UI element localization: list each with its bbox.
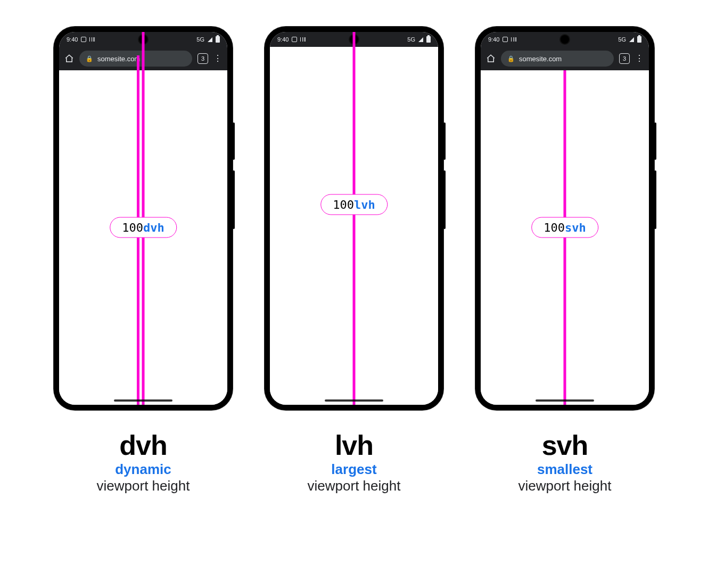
signal-icon: [418, 37, 423, 42]
status-app-icon: [503, 37, 508, 42]
status-notif-icon: [300, 37, 306, 42]
status-time: 9:40: [67, 36, 78, 43]
phone-mockup: 9:40 5G 🔒 somesite.com 3 ⋮100svh: [475, 27, 654, 410]
caption-keyword: dynamic: [115, 461, 171, 477]
home-icon[interactable]: [64, 54, 74, 63]
battery-icon: [637, 36, 641, 43]
page-viewport: 100dvh: [59, 70, 227, 405]
caption-title: svh: [518, 429, 612, 461]
phone-mockup: 9:40 5G 🔒 somesite.com 3 ⋮100lvh: [265, 27, 443, 410]
phone-screen: 9:40 5G 🔒 somesite.com 3 ⋮100lvh: [270, 32, 438, 405]
badge-value: 100: [544, 221, 565, 234]
status-notif-icon: [511, 37, 516, 42]
badge-value: 100: [122, 221, 143, 234]
browser-address-bar[interactable]: 🔒 somesite.com 3 ⋮: [481, 47, 649, 70]
status-network-label: 5G: [196, 36, 204, 43]
badge-unit: svh: [565, 221, 586, 234]
phone-screen: 9:40 5G 🔒 somesite.com 3 ⋮100dvh: [59, 32, 227, 405]
signal-icon: [629, 37, 634, 42]
tab-count[interactable]: 3: [197, 53, 208, 64]
measure-line: [353, 32, 356, 405]
url-field[interactable]: 🔒 somesite.com: [79, 51, 192, 67]
viewport-unit-panel-svh: 9:40 5G 🔒 somesite.com 3 ⋮100svh svh sma…: [475, 27, 654, 494]
badge-value: 100: [333, 198, 354, 211]
badge-unit: dvh: [143, 221, 164, 234]
overflow-menu-icon[interactable]: ⋮: [213, 54, 222, 63]
lock-icon: 🔒: [507, 55, 515, 62]
status-app-icon: [292, 37, 297, 42]
url-field[interactable]: 🔒 somesite.com: [501, 51, 614, 67]
viewport-unit-panel-lvh: 9:40 5G 🔒 somesite.com 3 ⋮100lvh lvh lar…: [265, 27, 443, 494]
phone-mockup: 9:40 5G 🔒 somesite.com 3 ⋮100dvh: [54, 27, 233, 410]
status-time: 9:40: [488, 36, 499, 43]
status-app-icon: [81, 37, 86, 42]
caption-keyword: smallest: [537, 461, 592, 477]
lock-icon: 🔒: [86, 55, 93, 62]
badge-unit: lvh: [354, 198, 375, 211]
gesture-bar: [114, 399, 172, 402]
caption-title: lvh: [308, 429, 401, 461]
gesture-bar: [536, 399, 594, 402]
gesture-bar: [325, 399, 383, 402]
status-network-label: 5G: [407, 36, 415, 43]
measurement-badge: 100lvh: [320, 194, 388, 215]
front-camera: [561, 35, 569, 44]
caption-suffix: viewport height: [518, 478, 612, 494]
page-viewport: 100svh: [481, 70, 649, 405]
phone-screen: 9:40 5G 🔒 somesite.com 3 ⋮100svh: [481, 32, 649, 405]
status-notif-icon: [89, 37, 95, 42]
viewport-unit-panel-dvh: 9:40 5G 🔒 somesite.com 3 ⋮100dvh dvh dyn…: [54, 27, 233, 494]
status-time: 9:40: [277, 36, 289, 43]
caption-keyword: largest: [331, 461, 376, 477]
caption: svh smallest viewport height: [518, 429, 612, 494]
battery-icon: [216, 36, 220, 43]
url-text: somesite.com: [519, 55, 562, 63]
measurement-badge: 100dvh: [110, 217, 177, 238]
signal-icon: [208, 37, 212, 42]
status-network-label: 5G: [618, 36, 626, 43]
measurement-badge: 100svh: [531, 217, 598, 238]
tab-count[interactable]: 3: [619, 53, 630, 64]
caption: lvh largest viewport height: [308, 429, 401, 494]
overflow-menu-icon[interactable]: ⋮: [635, 54, 644, 63]
caption-title: dvh: [97, 429, 190, 461]
battery-icon: [426, 36, 431, 43]
home-icon[interactable]: [486, 54, 496, 63]
page-viewport: 100lvh: [270, 47, 438, 405]
caption-suffix: viewport height: [97, 478, 190, 494]
caption-suffix: viewport height: [308, 478, 401, 494]
url-text: somesite.com: [97, 55, 140, 63]
caption: dvh dynamic viewport height: [97, 429, 190, 494]
status-bar: 9:40 5G: [481, 32, 649, 47]
